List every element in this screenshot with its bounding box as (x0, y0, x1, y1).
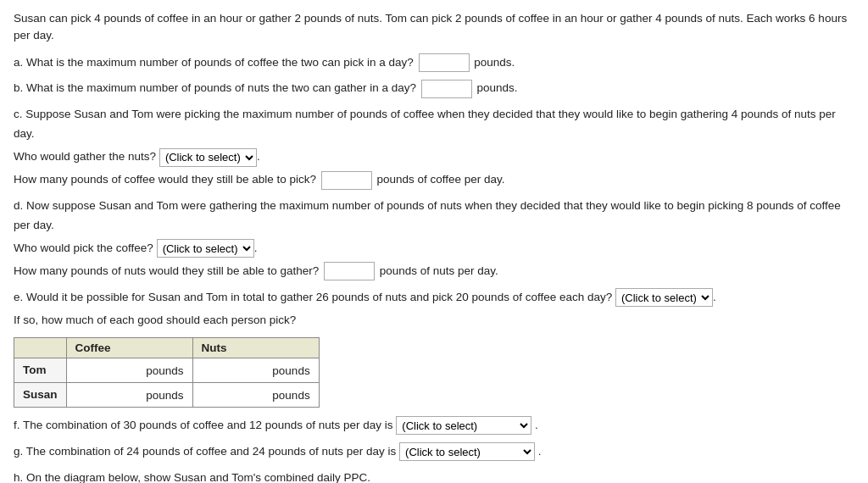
question-g: g. The combination of 24 pounds of coffe… (14, 442, 854, 462)
question-c-how-label: How many pounds of coffee would they sti… (14, 173, 316, 186)
question-h: h. On the diagram below, show Susan and … (14, 469, 854, 483)
table-susan-nuts-cell: pounds (192, 382, 319, 407)
question-g-select[interactable]: (Click to select) feasible infeasible (399, 442, 535, 461)
question-e: e. Would it be possible for Susan and To… (14, 288, 854, 330)
table-susan-coffee-unit: pounds (146, 388, 183, 401)
question-g-label: g. The combination of 24 pounds of coffe… (14, 445, 396, 458)
table-tom-nuts-unit: pounds (272, 364, 309, 376)
question-f-period: . (535, 419, 538, 431)
question-a-input[interactable] (419, 53, 470, 72)
question-f-select[interactable]: (Click to select) feasible infeasible (396, 416, 531, 435)
question-d-how-label: How many pounds of nuts would they still… (14, 264, 319, 277)
question-d-text: d. Now suppose Susan and Tom were gather… (14, 197, 854, 236)
question-a-suffix: pounds. (474, 56, 515, 69)
question-b-suffix: pounds. (477, 81, 518, 94)
table-susan-coffee-input[interactable] (75, 386, 143, 403)
table-label-susan: Susan (14, 382, 67, 407)
table-header-empty (14, 337, 67, 358)
table-row-susan: Susan pounds pounds (14, 382, 320, 407)
table-susan-nuts-unit: pounds (272, 388, 309, 401)
question-d-who-label: Who would pick the coffee? (14, 242, 153, 254)
question-b: b. What is the maximum number of pounds … (14, 79, 854, 98)
question-d-how-suffix: pounds of nuts per day. (380, 264, 498, 277)
question-h-label: h. On the diagram below, show Susan and … (14, 469, 854, 483)
table-tom-coffee-unit: pounds (146, 364, 183, 376)
table-header-coffee: Coffee (66, 337, 192, 358)
question-c-text: c. Suppose Susan and Tom were picking th… (14, 105, 854, 144)
production-table: Coffee Nuts Tom pounds pounds Susan (14, 337, 854, 408)
table-tom-nuts-input[interactable] (202, 362, 270, 379)
intro-text: Susan can pick 4 pounds of coffee in an … (14, 10, 854, 45)
question-g-period: . (538, 445, 542, 458)
question-c-who-label: Who would gather the nuts? (14, 150, 156, 163)
question-e-select[interactable]: (Click to select) Yes No (615, 288, 713, 307)
question-c-how-suffix: pounds of coffee per day. (377, 173, 505, 186)
question-c-how-input[interactable] (321, 171, 372, 190)
question-c-who-select[interactable]: (Click to select) Tom Susan (159, 148, 257, 167)
question-d: d. Now suppose Susan and Tom were gather… (14, 197, 854, 281)
table-row-tom: Tom pounds pounds (14, 358, 320, 382)
question-b-label: b. What is the maximum number of pounds … (14, 81, 416, 94)
table-tom-nuts-cell: pounds (192, 358, 319, 382)
question-a: a. What is the maximum number of pounds … (14, 53, 854, 73)
table-susan-nuts-input[interactable] (202, 386, 270, 403)
table-header-nuts: Nuts (192, 337, 319, 358)
question-e-followup: If so, how much of each good should each… (14, 311, 854, 330)
question-d-how-input[interactable] (324, 262, 375, 280)
question-f: f. The combination of 30 pounds of coffe… (14, 416, 854, 436)
question-f-label: f. The combination of 30 pounds of coffe… (14, 419, 393, 431)
question-e-label: e. Would it be possible for Susan and To… (14, 291, 612, 303)
table-susan-coffee-cell: pounds (66, 382, 192, 407)
table-tom-coffee-cell: pounds (66, 358, 192, 382)
question-c: c. Suppose Susan and Tom were picking th… (14, 105, 854, 190)
question-a-label: a. What is the maximum number of pounds … (14, 56, 414, 69)
question-b-input[interactable] (421, 80, 472, 98)
question-d-who-select[interactable]: (Click to select) Tom Susan (157, 239, 254, 258)
table-tom-coffee-input[interactable] (75, 362, 143, 379)
table-label-tom: Tom (14, 358, 67, 382)
